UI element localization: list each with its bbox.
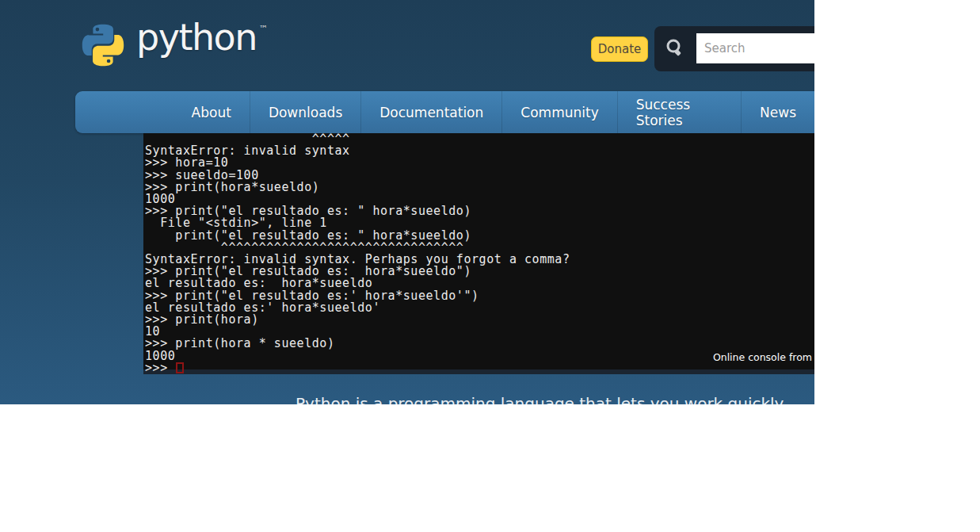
logo-wordmark: python: [136, 16, 257, 59]
nav-item-success-stories[interactable]: Success Stories: [617, 91, 741, 133]
search-input[interactable]: [696, 33, 814, 63]
python-logo[interactable]: python ™: [79, 19, 268, 71]
nav-item-documentation[interactable]: Documentation: [360, 91, 501, 133]
nav-item-news[interactable]: News: [741, 91, 814, 133]
python-console[interactable]: ^^^^^ SyntaxError: invalid syntax >>> ho…: [143, 133, 814, 374]
console-output: ^^^^^ SyntaxError: invalid syntax >>> ho…: [143, 133, 814, 362]
python-logo-icon: [79, 19, 127, 71]
main-navigation: About Downloads Documentation Community …: [75, 91, 814, 133]
browser-viewport: python ™ Donate About Downloads Document…: [0, 0, 814, 404]
donate-button[interactable]: Donate: [591, 36, 648, 62]
console-cursor: [176, 362, 184, 373]
nav-item-about[interactable]: About: [174, 91, 250, 133]
site-tagline: Python is a programming language that le…: [296, 394, 784, 404]
nav-item-community[interactable]: Community: [501, 91, 616, 133]
console-prompt: >>>: [145, 362, 175, 374]
search-icon[interactable]: [663, 36, 688, 62]
nav-item-downloads[interactable]: Downloads: [250, 91, 360, 133]
console-attribution: Online console from: [713, 351, 812, 363]
console-input-line[interactable]: >>>: [143, 362, 814, 374]
search-panel: [654, 26, 814, 71]
logo-trademark: ™: [259, 24, 268, 34]
nav-spacer: [75, 91, 174, 133]
